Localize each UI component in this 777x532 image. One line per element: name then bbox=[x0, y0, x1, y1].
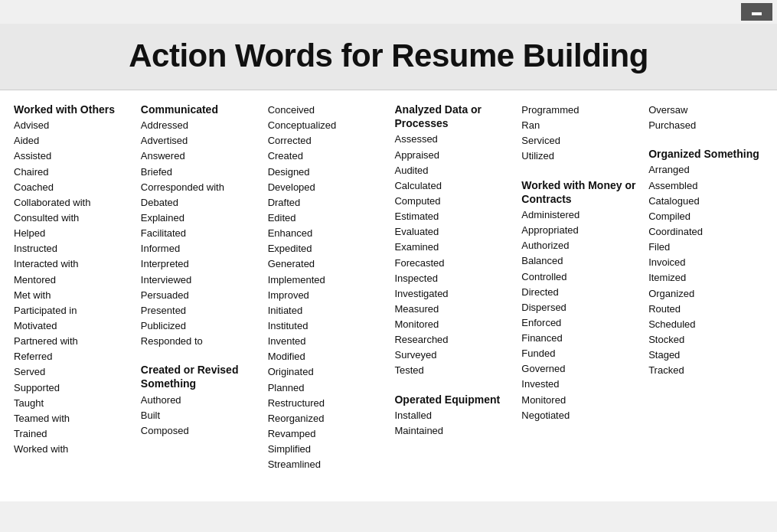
list-item: Appraised bbox=[394, 148, 509, 163]
list-item: Forecasted bbox=[394, 256, 509, 271]
section-title-communicated: Communicated bbox=[141, 103, 256, 116]
list-item: Invented bbox=[268, 334, 383, 349]
top-button[interactable]: ▬ bbox=[741, 3, 772, 21]
list-item: Motivated bbox=[14, 318, 129, 334]
column-col5: ProgrammedRanServicedUtilizedWorked with… bbox=[515, 103, 642, 486]
header: Action Words for Resume Building bbox=[0, 24, 777, 90]
list-item: Conceptualized bbox=[268, 118, 383, 133]
list-item: Financed bbox=[521, 331, 636, 346]
top-bar: ▬ bbox=[0, 0, 777, 24]
list-item: Improved bbox=[268, 288, 383, 303]
column-col6: OversawPurchasedOrganized SomethingArran… bbox=[642, 103, 763, 486]
list-item: Consulted with bbox=[14, 211, 129, 226]
list-item: Ran bbox=[521, 118, 636, 133]
list-item: Briefed bbox=[141, 165, 256, 180]
list-item: Advised bbox=[14, 118, 129, 133]
list-item: Scheduled bbox=[648, 317, 763, 332]
list-item: Designed bbox=[268, 165, 383, 180]
list-item: Mentored bbox=[14, 273, 129, 288]
list-item: Presented bbox=[141, 303, 256, 318]
list-item: Served bbox=[14, 364, 129, 380]
section-title-worked-money: Worked with Money or Contracts bbox=[521, 178, 636, 206]
list-item: Worked with bbox=[14, 442, 129, 457]
list-item: Appropriated bbox=[521, 223, 636, 238]
list-item: Invested bbox=[521, 377, 636, 392]
list-item: Authorized bbox=[521, 238, 636, 253]
list-item: Tested bbox=[394, 363, 509, 378]
list-item: Oversaw bbox=[648, 103, 763, 118]
list-item: Controlled bbox=[521, 269, 636, 285]
list-item: Instituted bbox=[268, 318, 383, 334]
section-communicated: CommunicatedAddressedAdvertisedAnsweredB… bbox=[141, 103, 256, 349]
list-item: Examined bbox=[394, 240, 509, 255]
list-item: Reorganized bbox=[268, 411, 383, 426]
list-item: Assembled bbox=[648, 178, 763, 194]
list-item: Assessed bbox=[394, 132, 509, 147]
word-list-communicated: AddressedAdvertisedAnsweredBriefedCorres… bbox=[141, 118, 256, 349]
list-item: Measured bbox=[394, 302, 509, 317]
list-item: Authored bbox=[141, 393, 256, 408]
list-item: Answered bbox=[141, 149, 256, 164]
list-item: Persuaded bbox=[141, 288, 256, 303]
list-item: Revamped bbox=[268, 426, 383, 442]
list-item: Installed bbox=[394, 408, 509, 423]
list-item: Directed bbox=[521, 285, 636, 300]
word-list-analyzed-data: AssessedAppraisedAuditedCalculatedComput… bbox=[394, 132, 509, 378]
column-col3: ConceivedConceptualizedCorrectedCreatedD… bbox=[262, 103, 389, 486]
list-item: Helped bbox=[14, 226, 129, 241]
list-item: Dispersed bbox=[521, 300, 636, 315]
word-list-worked-money: AdministeredAppropriatedAuthorizedBalanc… bbox=[521, 207, 636, 423]
list-item: Surveyed bbox=[394, 348, 509, 363]
list-item: Partnered with bbox=[14, 334, 129, 349]
list-item: Coached bbox=[14, 180, 129, 195]
list-item: Interpreted bbox=[141, 256, 256, 272]
list-item: Publicized bbox=[141, 318, 256, 334]
list-item: Edited bbox=[268, 211, 383, 226]
list-item: Restructured bbox=[268, 396, 383, 411]
word-list-organized-something: ArrangedAssembledCataloguedCompiledCoord… bbox=[648, 162, 763, 378]
list-item: Catalogued bbox=[648, 194, 763, 209]
page-title: Action Words for Resume Building bbox=[8, 38, 769, 74]
list-item: Monitored bbox=[521, 393, 636, 408]
list-item: Responded to bbox=[141, 334, 256, 349]
list-item: Negotiated bbox=[521, 408, 636, 423]
list-item: Investigated bbox=[394, 286, 509, 302]
word-list-worked-with-others: AdvisedAidedAssistedChairedCoachedCollab… bbox=[14, 118, 129, 457]
list-item: Computed bbox=[394, 194, 509, 209]
list-item: Planned bbox=[268, 380, 383, 396]
word-list-operated-cont: ProgrammedRanServicedUtilized bbox=[521, 103, 636, 165]
list-item: Teamed with bbox=[14, 411, 129, 426]
list-item: Taught bbox=[14, 396, 129, 411]
list-item: Calculated bbox=[394, 178, 509, 194]
list-item: Arranged bbox=[648, 162, 763, 178]
list-item: Modified bbox=[268, 349, 383, 364]
list-item: Audited bbox=[394, 163, 509, 178]
list-item: Serviced bbox=[521, 133, 636, 149]
list-item: Enforced bbox=[521, 315, 636, 331]
section-title-worked-with-others: Worked with Others bbox=[14, 103, 129, 116]
list-item: Itemized bbox=[648, 270, 763, 286]
section-analyzed-data: Analyzed Data or ProcessesAssessedApprai… bbox=[394, 103, 509, 379]
list-item: Developed bbox=[268, 180, 383, 195]
list-item: Instructed bbox=[14, 241, 129, 256]
section-operated-equipment: Operated EquipmentInstalledMaintained bbox=[394, 393, 509, 439]
list-item: Aided bbox=[14, 133, 129, 149]
list-item: Facilitated bbox=[141, 226, 256, 241]
column-col2: CommunicatedAddressedAdvertisedAnsweredB… bbox=[135, 103, 262, 486]
section-operated-cont: ProgrammedRanServicedUtilized bbox=[521, 103, 636, 165]
list-item: Met with bbox=[14, 288, 129, 303]
list-item: Advertised bbox=[141, 133, 256, 149]
list-item: Tracked bbox=[648, 363, 763, 378]
list-item: Routed bbox=[648, 302, 763, 317]
list-item: Drafted bbox=[268, 195, 383, 211]
section-created-cont: ConceivedConceptualizedCorrectedCreatedD… bbox=[268, 103, 383, 472]
list-item: Researched bbox=[394, 332, 509, 348]
section-created-revised: Created or Revised SomethingAuthoredBuil… bbox=[141, 363, 256, 439]
list-item: Expedited bbox=[268, 241, 383, 256]
list-item: Supported bbox=[14, 380, 129, 396]
list-item: Originated bbox=[268, 364, 383, 380]
word-list-operated-equipment: InstalledMaintained bbox=[394, 408, 509, 439]
list-item: Governed bbox=[521, 361, 636, 377]
list-item: Enhanced bbox=[268, 226, 383, 241]
list-item: Administered bbox=[521, 207, 636, 223]
